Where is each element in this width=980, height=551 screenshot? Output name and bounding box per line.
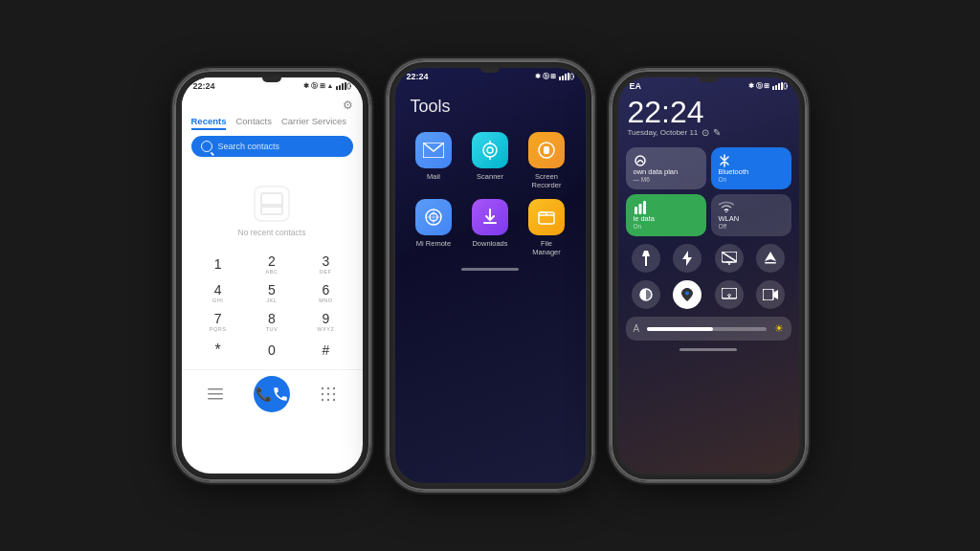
home-indicator	[395, 264, 586, 273]
phone-3-screen: EA ✱ ⓑ ⊞ 22:24 Tuesday, October 11 ⊙ ✎	[618, 77, 799, 474]
svg-rect-6	[208, 388, 223, 390]
svg-rect-2	[342, 83, 344, 90]
key-9[interactable]: 9WXYZ	[308, 308, 343, 335]
key-hash[interactable]: #	[308, 337, 343, 364]
miremote-label: Mi Remote	[416, 239, 451, 248]
recorder-label: Screen Recorder	[532, 172, 562, 189]
tab-recents[interactable]: Recents	[191, 116, 227, 130]
cast-button[interactable]	[715, 280, 744, 309]
folder-title: Tools	[411, 97, 570, 117]
svg-rect-18	[559, 77, 561, 80]
recorder-icon	[528, 132, 565, 168]
svg-point-12	[322, 393, 323, 395]
app-filemanager[interactable]: File Manager	[523, 199, 570, 256]
key-8[interactable]: 8TUV	[255, 308, 289, 335]
location-button[interactable]	[673, 280, 702, 309]
svg-rect-23	[573, 76, 574, 77]
mail-icon	[415, 132, 452, 168]
svg-point-17	[333, 399, 335, 401]
phones-container: 22:24 ✱ ⓑ ⊞ ▲ ⚙ Recents Contacts Carrier…	[0, 0, 980, 551]
phone-1: 22:24 ✱ ⓑ ⊞ ▲ ⚙ Recents Contacts Carrier…	[174, 70, 370, 481]
video-button[interactable]	[756, 280, 785, 309]
key-6[interactable]: 6MNO	[308, 279, 343, 306]
downloads-icon	[472, 199, 508, 235]
dark-mode-button[interactable]	[632, 280, 660, 309]
svg-rect-21	[568, 73, 569, 80]
phone-2-status-icons: ✱ ⓑ ⊞	[535, 72, 574, 81]
svg-rect-42	[787, 85, 788, 87]
svg-rect-4	[347, 83, 350, 89]
svg-point-25	[483, 143, 497, 157]
phone-3-status-icons: ✱ ⓑ ⊞	[748, 81, 788, 91]
phone-1-status-icons: ✱ ⓑ ⊞ ▲	[303, 81, 351, 91]
svg-rect-41	[784, 83, 787, 89]
svg-rect-39	[778, 83, 780, 90]
svg-point-10	[327, 387, 329, 389]
tile-data-plan[interactable]: own data plan — M6	[626, 147, 706, 189]
brightness-label-a: A	[634, 323, 640, 334]
key-1[interactable]: 1	[201, 251, 235, 277]
no-recent-text: No recent contacts	[238, 228, 306, 237]
svg-point-47	[725, 211, 727, 212]
brightness-track[interactable]	[647, 327, 766, 331]
svg-rect-0	[336, 86, 338, 90]
mail-label: Mail	[427, 172, 440, 181]
flashlight-button[interactable]	[632, 244, 660, 273]
key-2[interactable]: 2ABC	[255, 251, 289, 277]
lightning-button[interactable]	[673, 244, 702, 273]
phone-1-time: 22:24	[193, 81, 215, 91]
dialer-bottom	[182, 369, 363, 420]
cc-header: 22:24 Tuesday, October 11 ⊙ ✎	[618, 95, 799, 143]
svg-point-15	[322, 399, 323, 401]
key-3[interactable]: 3DEF	[308, 251, 343, 277]
airplane-button[interactable]	[756, 244, 785, 273]
screen-off-button[interactable]	[715, 244, 744, 273]
key-7[interactable]: 7PQRS	[201, 308, 235, 335]
dialpad-icon[interactable]	[318, 384, 339, 405]
svg-point-16	[327, 399, 329, 401]
tile-mobile-data[interactable]: le data On	[626, 194, 706, 236]
app-scanner[interactable]: Scanner	[467, 132, 514, 189]
svg-line-51	[723, 253, 736, 261]
filemanager-icon	[528, 199, 565, 235]
cc-date: Tuesday, October 11 ⊙ ✎	[628, 127, 790, 138]
svg-rect-35	[483, 222, 497, 224]
key-0[interactable]: 0	[255, 337, 289, 364]
app-mail[interactable]: Mail	[411, 132, 457, 189]
svg-rect-44	[635, 207, 637, 214]
tile-bluetooth[interactable]: Bluetooth On	[711, 147, 791, 189]
svg-rect-58	[763, 289, 773, 300]
tab-contacts[interactable]: Contacts	[235, 116, 272, 130]
downloads-label: Downloads	[472, 239, 507, 248]
app-grid: Mail Scanner Screen Recorder	[411, 132, 570, 256]
app-downloads[interactable]: Downloads	[467, 199, 514, 256]
svg-rect-7	[208, 393, 223, 395]
brightness-fill	[647, 327, 712, 331]
svg-rect-52	[765, 262, 776, 264]
key-star[interactable]: *	[201, 337, 235, 364]
keypad-row-4: * 0 #	[191, 337, 353, 364]
app-recorder[interactable]: Screen Recorder	[523, 132, 570, 189]
app-miremote[interactable]: Mi Remote	[411, 199, 457, 256]
dialer-tabs: Recents Contacts Carrier Services	[191, 116, 353, 130]
svg-rect-40	[781, 82, 783, 90]
key-4[interactable]: 4GHI	[201, 279, 235, 306]
contact-placeholder-icon	[254, 186, 290, 222]
call-button[interactable]	[254, 376, 290, 412]
svg-rect-46	[643, 201, 646, 214]
menu-icon[interactable]	[205, 384, 226, 405]
svg-rect-38	[775, 85, 777, 90]
brightness-control: A ☀	[626, 317, 791, 341]
phone-3: EA ✱ ⓑ ⊞ 22:24 Tuesday, October 11 ⊙ ✎	[611, 70, 807, 481]
keypad: 1 2ABC 3DEF 4GHI 5JKL 6MNO 7PQRS 8TUV 9W…	[182, 247, 363, 369]
svg-rect-37	[772, 86, 774, 90]
key-5[interactable]: 5JKL	[255, 279, 289, 306]
keypad-row-2: 4GHI 5JKL 6MNO	[191, 279, 353, 306]
svg-point-14	[333, 393, 335, 395]
keypad-row-1: 1 2ABC 3DEF	[191, 251, 353, 277]
svg-rect-22	[570, 74, 573, 79]
tile-wlan[interactable]: WLAN Off	[711, 194, 791, 236]
tab-carrier[interactable]: Carrier Services	[281, 116, 346, 130]
search-bar[interactable]: Search contacts	[191, 136, 353, 157]
phone-3-home-indicator	[618, 344, 799, 353]
